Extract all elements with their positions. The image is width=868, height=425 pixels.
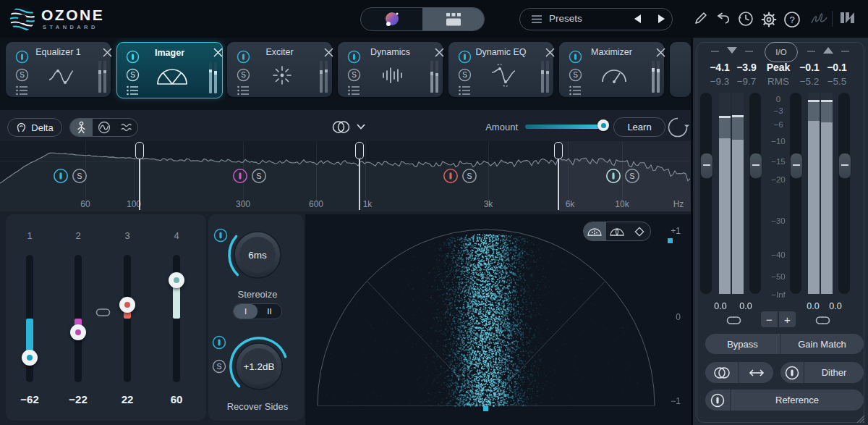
preset-prev-button[interactable] bbox=[634, 14, 641, 23]
menu-icon[interactable] bbox=[569, 85, 582, 96]
listen-mode-noise[interactable] bbox=[115, 119, 137, 136]
view-seg-globe[interactable] bbox=[361, 8, 422, 30]
band1-solo-icon[interactable]: S bbox=[72, 168, 88, 184]
delta-button[interactable]: Delta bbox=[7, 118, 62, 137]
output-gain-handle-right[interactable] bbox=[838, 153, 851, 179]
edit-icon[interactable] bbox=[693, 10, 709, 28]
amount-slider[interactable] bbox=[525, 125, 606, 129]
band4-power-icon[interactable] bbox=[605, 168, 621, 184]
signature-icon[interactable] bbox=[809, 10, 830, 29]
preset-next-button[interactable] bbox=[658, 14, 665, 23]
resize-grip[interactable] bbox=[856, 414, 866, 424]
output-meter-collapse2[interactable] bbox=[841, 51, 849, 52]
band3-slider-knob[interactable] bbox=[119, 297, 135, 313]
stereoize-knob[interactable]: 6ms bbox=[225, 222, 290, 287]
dither-power-button[interactable] bbox=[780, 362, 804, 383]
close-icon[interactable] bbox=[103, 48, 112, 57]
chevron-down-icon[interactable] bbox=[357, 124, 365, 130]
crossover-handle-2[interactable] bbox=[355, 142, 364, 159]
crossover-handle-1[interactable] bbox=[135, 142, 144, 159]
menu-icon[interactable] bbox=[459, 85, 471, 96]
solo-icon[interactable]: S bbox=[569, 68, 582, 82]
input-gain-handle-right[interactable] bbox=[749, 153, 762, 179]
input-link-icon[interactable] bbox=[725, 315, 743, 326]
power-icon[interactable] bbox=[347, 50, 361, 64]
gain-match-button[interactable]: Gain Match bbox=[780, 334, 864, 354]
band3-solo-icon[interactable]: S bbox=[461, 168, 477, 184]
close-icon[interactable] bbox=[324, 48, 333, 57]
undo-icon[interactable] bbox=[715, 10, 732, 28]
listen-mode-sine[interactable] bbox=[93, 119, 115, 136]
stereoize-mode-1[interactable]: I bbox=[234, 304, 258, 319]
history-icon[interactable] bbox=[736, 10, 755, 29]
band3-power-icon[interactable] bbox=[443, 168, 459, 184]
stereo-button[interactable] bbox=[705, 362, 739, 383]
module-card-exciter[interactable]: Exciter S bbox=[227, 42, 332, 97]
module-card-imager[interactable]: Imager S bbox=[116, 42, 223, 98]
band1-slider-knob[interactable] bbox=[22, 350, 38, 366]
bypass-button[interactable]: Bypass bbox=[705, 334, 780, 354]
band4-solo-icon[interactable]: S bbox=[624, 168, 640, 184]
solo-icon[interactable]: S bbox=[126, 68, 140, 82]
power-icon[interactable] bbox=[569, 50, 582, 64]
reset-icon[interactable] bbox=[667, 117, 689, 138]
module-card-dynamics[interactable]: Dynamics S bbox=[338, 42, 443, 97]
band4-slider-knob[interactable] bbox=[169, 272, 184, 288]
module-card-maximizer[interactable]: Maximizer S bbox=[559, 42, 664, 97]
crossover-handle-3[interactable] bbox=[554, 142, 563, 159]
band2-solo-icon[interactable]: S bbox=[251, 168, 267, 184]
width-button[interactable] bbox=[739, 362, 773, 383]
power-icon[interactable] bbox=[237, 50, 250, 64]
stereo-mode-icon[interactable] bbox=[331, 120, 354, 134]
recover-sides-knob[interactable]: +1.2dB bbox=[226, 334, 292, 399]
input-meter-collapse2[interactable] bbox=[745, 51, 753, 52]
input-gain-fader-left[interactable] bbox=[700, 93, 712, 294]
view-mode-toggle[interactable] bbox=[360, 7, 485, 31]
menu-icon[interactable] bbox=[348, 85, 360, 96]
dither-button[interactable]: Dither bbox=[804, 362, 864, 383]
output-gain-fader-left[interactable] bbox=[790, 93, 801, 294]
reference-button[interactable]: Reference bbox=[731, 390, 864, 411]
band2-power-icon[interactable] bbox=[232, 168, 248, 184]
close-icon[interactable] bbox=[213, 48, 223, 57]
power-icon[interactable] bbox=[126, 50, 140, 64]
menu-icon[interactable] bbox=[127, 85, 139, 96]
input-meter-collapse[interactable] bbox=[711, 51, 719, 52]
stereoize-mode-2[interactable]: II bbox=[258, 304, 281, 319]
close-icon[interactable] bbox=[545, 48, 555, 57]
zoom-out-button[interactable]: − bbox=[761, 311, 778, 327]
solo-icon[interactable]: S bbox=[237, 68, 250, 82]
band2-slider-knob[interactable] bbox=[70, 324, 86, 340]
input-gain-fader-right[interactable] bbox=[749, 93, 761, 294]
zoom-in-button[interactable]: + bbox=[779, 311, 796, 327]
power-icon[interactable] bbox=[458, 50, 472, 64]
reference-power-button[interactable] bbox=[705, 390, 730, 411]
scope-view-polar-sample[interactable] bbox=[584, 222, 606, 240]
power-icon[interactable] bbox=[15, 50, 29, 64]
input-gain-handle-left[interactable] bbox=[700, 153, 713, 179]
settings-gear-icon[interactable] bbox=[760, 10, 778, 29]
view-seg-modules[interactable] bbox=[422, 8, 484, 30]
amount-slider-knob[interactable] bbox=[597, 119, 609, 131]
listen-mode-free[interactable] bbox=[70, 119, 93, 136]
io-toggle[interactable]: I/O bbox=[765, 42, 798, 62]
close-icon[interactable] bbox=[435, 48, 444, 57]
recover-power-icon[interactable] bbox=[212, 335, 226, 350]
recover-solo-icon[interactable]: S bbox=[212, 359, 226, 374]
presets-selector[interactable]: Presets bbox=[519, 8, 673, 30]
module-card-dynamic-eq[interactable]: Dynamic EQ S bbox=[448, 42, 553, 97]
output-gain-fader-right[interactable] bbox=[838, 93, 850, 294]
solo-icon[interactable]: S bbox=[15, 68, 29, 82]
output-link-icon[interactable] bbox=[814, 315, 832, 326]
scope-view-polar-level[interactable] bbox=[606, 222, 629, 240]
input-meter-arrow-icon[interactable] bbox=[727, 47, 737, 54]
menu-icon[interactable] bbox=[16, 85, 28, 96]
learn-button[interactable]: Learn bbox=[613, 117, 665, 137]
solo-icon[interactable]: S bbox=[458, 68, 472, 82]
help-icon[interactable]: ? bbox=[783, 10, 801, 29]
solo-icon[interactable]: S bbox=[347, 68, 361, 82]
band3-width-slider[interactable] bbox=[124, 255, 131, 382]
scope-view-lissajous[interactable] bbox=[628, 222, 650, 240]
band1-power-icon[interactable] bbox=[53, 168, 69, 184]
menu-icon[interactable] bbox=[237, 85, 250, 96]
